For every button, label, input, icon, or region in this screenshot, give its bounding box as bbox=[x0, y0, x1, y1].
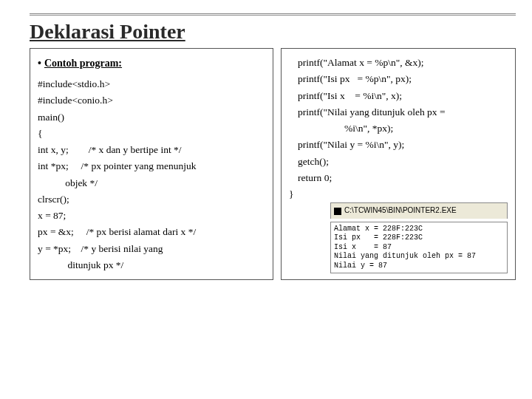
left-column: Contoh program: #include<stdio.h> #inclu… bbox=[30, 48, 273, 280]
code-line: int x, y; /* x dan y bertipe int */ bbox=[38, 142, 265, 158]
code-line: objek */ bbox=[38, 175, 265, 191]
code-line: #include<conio.h> bbox=[38, 92, 265, 109]
slide: Deklarasi Pointer Contoh program: #inclu… bbox=[0, 0, 532, 399]
code-line: ditunjuk px */ bbox=[38, 257, 265, 273]
right-column: printf("Alamat x = %p\n", &x); printf("I… bbox=[281, 48, 516, 280]
console-window: C:\TCWIN45\BIN\POINTER2.EXE Alamat x = 2… bbox=[330, 200, 508, 273]
code-line: printf("Isi x = %i\n", x); bbox=[289, 88, 508, 104]
code-line: #include<stdio.h> bbox=[38, 76, 265, 92]
code-line: printf("Nilai y = %i\n", y); bbox=[289, 137, 508, 153]
code-line: main() bbox=[38, 109, 265, 126]
code-line: { bbox=[38, 126, 265, 142]
code-line: clrscr(); bbox=[38, 191, 265, 208]
console-output: Alamat x = 228F:223C Isi px = 228F:223C … bbox=[330, 222, 508, 274]
code-line: printf("Alamat x = %p\n", &x); bbox=[289, 55, 508, 71]
code-line: px = &x; /* px berisi alamat dari x */ bbox=[38, 224, 265, 240]
code-line: %i\n", *px); bbox=[289, 120, 508, 137]
columns: Contoh program: #include<stdio.h> #inclu… bbox=[30, 48, 516, 280]
code-line: printf("Nilai yang ditunjuk oleh px = bbox=[289, 104, 508, 120]
code-line: int *px; /* px pointer yang menunjuk bbox=[38, 158, 265, 174]
code-line: y = *px; /* y berisi nilai yang bbox=[38, 241, 265, 257]
code-line: printf("Isi px = %p\n", px); bbox=[289, 71, 508, 87]
code-line: getch(); bbox=[289, 154, 508, 170]
code-line: return 0; bbox=[289, 170, 508, 186]
console-titlebar: C:\TCWIN45\BIN\POINTER2.EXE bbox=[330, 202, 508, 219]
code-line: x = 87; bbox=[38, 208, 265, 224]
slide-title: Deklarasi Pointer bbox=[30, 13, 516, 44]
console-path: C:\TCWIN45\BIN\POINTER2.EXE bbox=[344, 205, 457, 217]
left-heading: Contoh program: bbox=[38, 55, 265, 72]
console-icon bbox=[334, 208, 341, 215]
